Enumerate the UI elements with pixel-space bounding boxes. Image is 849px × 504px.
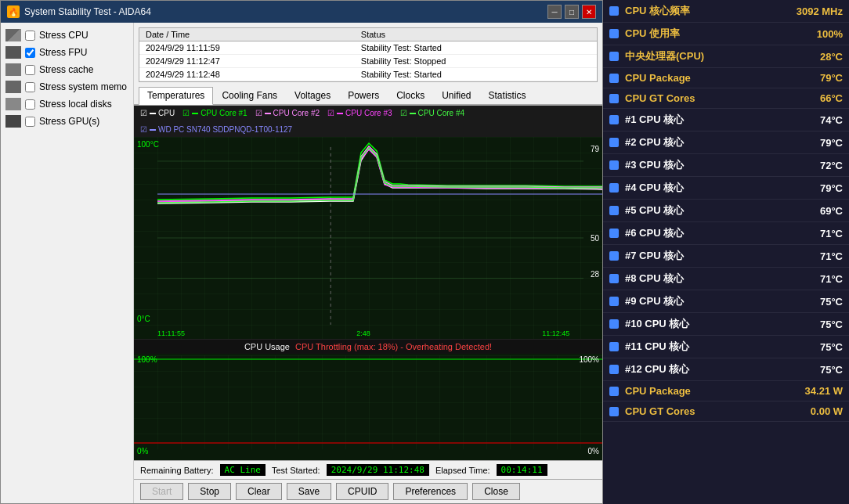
tab-cooling-fans[interactable]: Cooling Fans	[213, 87, 286, 104]
sidebar-core-1-value: 74°C	[820, 114, 843, 126]
indicator-core-12	[609, 365, 619, 374]
right-panel: Date / Time Status 2024/9/29 11:11:59 St…	[134, 23, 602, 503]
log-table: Date / Time Status 2024/9/29 11:11:59 St…	[139, 27, 598, 82]
clear-button[interactable]: Clear	[236, 483, 282, 500]
indicator-core-7	[609, 251, 619, 261]
usage-right-bot: 0%	[588, 447, 599, 455]
indicator-core-6	[609, 229, 619, 238]
table-row: 2024/9/29 11:12:47 Stability Test: Stopp…	[139, 55, 597, 68]
sidebar-core-8-label: #8 CPU 核心	[625, 272, 820, 286]
tab-voltages[interactable]: Voltages	[286, 87, 339, 104]
sidebar-core-11-label: #11 CPU 核心	[625, 340, 820, 354]
log-datetime-2: 2024/9/29 11:12:47	[139, 55, 355, 68]
sidebar-cpu-gt-cores-label: CPU GT Cores	[625, 92, 820, 104]
title-bar: 🔥 System Stability Test - AIDA64 ─ □ ✕	[1, 1, 602, 23]
indicator-cpu-gt-cores	[609, 94, 619, 103]
sidebar-core-5-label: #5 CPU 核心	[625, 203, 820, 218]
sidebar-cpu-freq-value: 3092 MHz	[797, 5, 843, 17]
maximize-button[interactable]: □	[565, 5, 579, 19]
sidebar-cpu-gt-cores-w-value: 0.00 W	[811, 405, 843, 417]
bottom-bar: Remaining Battery: AC Line Test Started:…	[134, 460, 602, 479]
temp-svg	[134, 137, 602, 339]
sidebar-core-3-value: 72°C	[820, 160, 843, 171]
sidebar-core-2-label: #2 CPU 核心	[625, 135, 820, 149]
sidebar-cpu-usage-label: CPU 使用率	[625, 27, 817, 41]
close-button[interactable]: Close	[472, 483, 520, 500]
x-label-2: 2:48	[356, 329, 370, 337]
usage-y-top: 100%	[137, 355, 157, 364]
sidebar-core-4-value: 79°C	[820, 182, 843, 194]
tab-clocks[interactable]: Clocks	[388, 87, 433, 104]
sidebar-cpu-freq-label: CPU 核心频率	[625, 4, 797, 18]
sidebar-core-2-value: 79°C	[820, 137, 843, 149]
stress-cache-item: Stress cache	[5, 63, 128, 76]
table-row: 2024/9/29 11:11:59 Stability Test: Start…	[139, 41, 597, 55]
sidebar-core-8-value: 71°C	[820, 273, 843, 285]
sidebar-core-11: #11 CPU 核心 75°C	[603, 336, 849, 358]
save-button[interactable]: Save	[287, 483, 331, 500]
stress-cpu-checkbox[interactable]	[25, 31, 35, 41]
stress-local-disks-checkbox[interactable]	[25, 99, 35, 110]
sidebar-core-9-value: 75°C	[820, 296, 843, 308]
stress-sys-mem-label: Stress system memo	[39, 81, 127, 92]
sidebar-core-10-label: #10 CPU 核心	[625, 317, 820, 331]
stress-sys-mem-checkbox[interactable]	[25, 82, 35, 92]
stress-gpus-label: Stress GPU(s)	[39, 116, 99, 127]
cpuid-button[interactable]: CPUID	[336, 483, 388, 500]
temp-chart-container: 100°C 0°C 79 50 28	[134, 137, 602, 339]
app-icon: 🔥	[7, 5, 20, 18]
tab-powers[interactable]: Powers	[339, 87, 388, 104]
close-window-button[interactable]: ✕	[582, 5, 596, 19]
sidebar-core-9: #9 CPU 核心 75°C	[603, 290, 849, 313]
cache-icon	[5, 63, 21, 76]
legend-wd-color	[150, 129, 156, 131]
stress-gpus-checkbox[interactable]	[25, 117, 35, 127]
sidebar-core-4: #4 CPU 核心 79°C	[603, 177, 849, 200]
title-controls: ─ □ ✕	[547, 5, 596, 19]
cpu-icon	[5, 29, 21, 41]
sidebar-core-3: #3 CPU 核心 72°C	[603, 154, 849, 177]
x-label-1: 11:11:55	[157, 329, 185, 337]
sidebar-cpu-freq: CPU 核心频率 3092 MHz	[603, 0, 849, 23]
legend-core1: ☑ CPU Core #1	[182, 109, 247, 117]
usage-svg	[134, 355, 602, 449]
sidebar-core-6-label: #6 CPU 核心	[625, 226, 820, 240]
tab-temperatures[interactable]: Temperatures	[139, 87, 213, 105]
sidebar-core-7-value: 71°C	[820, 250, 843, 262]
sidebar-cpu-package-w: CPU Package 34.21 W	[603, 381, 849, 401]
stress-fpu-checkbox[interactable]	[25, 48, 35, 58]
log-status-2: Stability Test: Stopped	[355, 55, 597, 68]
indicator-cpu-freq	[609, 6, 619, 16]
tab-unified[interactable]: Unified	[433, 87, 479, 104]
legend-core1-label: CPU Core #1	[201, 109, 247, 117]
indicator-core-3	[609, 160, 619, 170]
stress-fpu-item: Stress FPU	[5, 46, 128, 59]
tab-statistics[interactable]: Statistics	[480, 87, 535, 104]
sidebar-cpu-package-value: 79°C	[820, 72, 843, 84]
sidebar-cpu-package-w-label: CPU Package	[625, 385, 805, 397]
sidebar-core-1: #1 CPU 核心 74°C	[603, 109, 849, 131]
chart-y-top: 100°C	[137, 140, 159, 149]
stress-cpu-item: Stress CPU	[5, 29, 128, 41]
sidebar-core-9-label: #9 CPU 核心	[625, 294, 820, 308]
elapsed-label: Elapsed Time:	[435, 466, 490, 475]
fpu-icon	[5, 46, 21, 59]
charts-area: ☑ CPU ☑ CPU Core #1 ☑ CPU Core #2	[134, 106, 602, 460]
usage-y-bot: 0%	[137, 447, 148, 455]
minimize-button[interactable]: ─	[547, 5, 562, 19]
legend-core4: ☑ CPU Core #4	[400, 109, 464, 117]
title-bar-left: 🔥 System Stability Test - AIDA64	[7, 5, 151, 18]
log-datetime-3: 2024/9/29 11:12:48	[139, 68, 355, 81]
stop-button[interactable]: Stop	[188, 483, 231, 500]
stress-cache-checkbox[interactable]	[25, 65, 35, 75]
content-area: Stress CPU Stress FPU Stress cache Stres…	[1, 23, 602, 503]
cpu-usage-chart: CPU Usage CPU Throttling (max: 18%) - Ov…	[134, 339, 602, 460]
sidebar-cpu-gt-cores-value: 66°C	[820, 92, 843, 104]
sidebar-cpu-gt-cores-w: CPU GT Cores 0.00 W	[603, 401, 849, 422]
legend-core1-color	[192, 113, 198, 114]
log-header-status: Status	[355, 28, 597, 41]
indicator-core-10	[609, 319, 619, 329]
start-button[interactable]: Start	[140, 483, 183, 500]
preferences-button[interactable]: Preferences	[393, 483, 468, 500]
ac-line-value: AC Line	[220, 464, 266, 476]
